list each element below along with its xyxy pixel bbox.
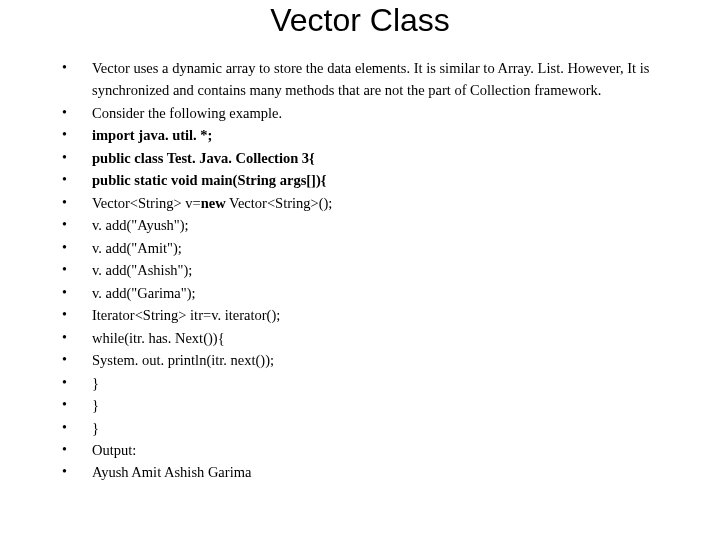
- list-item: }: [60, 372, 670, 394]
- list-item: Output:: [60, 439, 670, 461]
- list-item: System. out. println(itr. next());: [60, 349, 670, 371]
- list-item: Iterator<String> itr=v. iterator();: [60, 304, 670, 326]
- list-item: v. add("Garima");: [60, 282, 670, 304]
- list-item: }: [60, 417, 670, 439]
- list-item: }: [60, 394, 670, 416]
- list-item: public static void main(String args[]){: [60, 169, 670, 191]
- list-item: v. add("Ashish");: [60, 259, 670, 281]
- list-item: Ayush Amit Ashish Garima: [60, 461, 670, 483]
- list-item: v. add("Ayush");: [60, 214, 670, 236]
- list-item: Vector<String> v=new Vector<String>();: [60, 192, 670, 214]
- list-item: v. add("Amit");: [60, 237, 670, 259]
- list-item: public class Test. Java. Collection 3{: [60, 147, 670, 169]
- slide: Vector Class Vector uses a dynamic array…: [0, 0, 720, 540]
- list-item: import java. util. *;: [60, 124, 670, 146]
- bullet-list: Vector uses a dynamic array to store the…: [50, 57, 670, 484]
- list-item: Vector uses a dynamic array to store the…: [60, 57, 670, 102]
- list-item: while(itr. has. Next()){: [60, 327, 670, 349]
- list-item: Consider the following example.: [60, 102, 670, 124]
- slide-title: Vector Class: [50, 0, 670, 39]
